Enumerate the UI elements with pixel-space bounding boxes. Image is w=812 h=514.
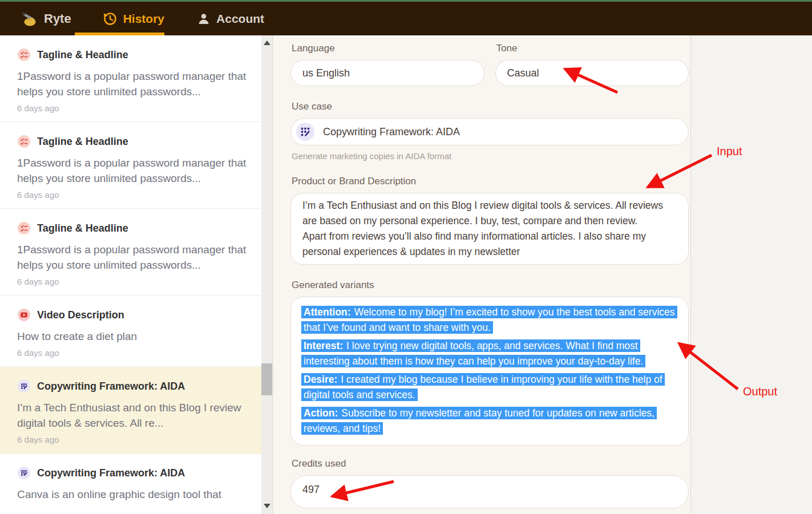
variant-label: Desire: [304, 374, 341, 385]
brand-logo: Ryte [21, 11, 71, 27]
history-detail-panel: Language us English Tone Casual Use case [273, 35, 691, 514]
tone-input[interactable]: Casual [495, 60, 689, 86]
generated-variants-box[interactable]: Attention:Welcome to my blog! I’m excite… [290, 297, 689, 446]
history-item-title: Tagline & Headline [37, 136, 128, 148]
history-item-preview: I’m a Tech Enthusiast and on this Blog I… [17, 400, 247, 431]
credits-label: Credits used [292, 458, 689, 470]
history-item-preview: 1Password is a popular password manager … [17, 242, 247, 273]
active-tab-indicator [75, 33, 164, 35]
person-icon [196, 11, 211, 26]
tone-label: Tone [496, 43, 689, 54]
use-case-label: Use case [292, 101, 689, 112]
use-case-input[interactable]: Copywriting Framework: AIDA [290, 118, 689, 145]
description-paragraph: Apart from reviews you’ll also find many… [302, 229, 677, 260]
scroll-down-arrow[interactable] [264, 504, 270, 508]
scroll-up-arrow[interactable] [264, 41, 270, 45]
variants-label: Generated variants [292, 280, 689, 291]
tab-history-label: History [123, 12, 164, 26]
aida-grid-pencil-icon [17, 466, 31, 480]
history-item-preview: How to create a diet plan [17, 329, 247, 344]
aida-grid-pencil-icon [296, 122, 315, 141]
variant-label: Action: [304, 407, 341, 419]
variant-text: Welcome to my blog! I’m excited to show … [304, 306, 675, 333]
variant-action: Action:Subscribe to my newsletter and st… [301, 406, 678, 436]
variant-attention: Attention:Welcome to my blog! I’m excite… [301, 305, 678, 335]
checklist-icon [17, 48, 31, 62]
variant-desire: Desire:I created my blog because I belie… [301, 372, 678, 403]
language-value: us English [302, 67, 350, 79]
page-background [691, 35, 812, 514]
history-item[interactable]: Video Description How to create a diet p… [0, 296, 261, 367]
use-case-helper-text: Generate marketing copies in AIDA format [292, 151, 689, 161]
history-item[interactable]: Tagline & Headline 1Password is a popula… [0, 35, 261, 122]
tab-history[interactable]: History [102, 11, 164, 27]
language-label: Language [292, 43, 484, 54]
history-clock-icon [102, 11, 118, 27]
history-item[interactable]: Tagline & Headline 1Password is a popula… [0, 209, 261, 296]
description-paragraph: I’m a Tech Enthusiast and on this Blog I… [302, 198, 677, 229]
history-item-timestamp: 6 days ago [17, 277, 247, 286]
history-item-title: Video Description [37, 309, 124, 321]
history-item[interactable]: Tagline & Headline 1Password is a popula… [0, 122, 261, 209]
variant-interest: Interest:I love trying new digital tools… [301, 338, 678, 369]
history-item-title: Tagline & Headline [37, 222, 128, 234]
aida-grid-pencil-icon [17, 379, 31, 393]
brand-name: Ryte [44, 11, 71, 26]
history-item-title: Tagline & Headline [37, 49, 128, 61]
credits-value: 497 [302, 484, 320, 496]
credits-input[interactable]: 497 [290, 475, 689, 508]
writing-hand-icon [21, 11, 39, 27]
history-item-title: Copywriting Framework: AIDA [37, 467, 185, 479]
sidebar-scrollbar[interactable] [261, 35, 273, 514]
history-item-preview: 1Password is a popular password manager … [17, 155, 247, 186]
variant-text: I love trying new digital tools, apps, a… [304, 340, 643, 367]
description-label: Product or Brand Description [292, 176, 689, 187]
history-item-timestamp: 6 days ago [17, 348, 247, 358]
history-item[interactable]: Copywriting Framework: AIDA Canva is an … [0, 454, 261, 514]
variant-text: I created my blog because I believe in i… [304, 374, 662, 400]
variant-label: Interest: [304, 340, 346, 351]
tab-account-label: Account [216, 12, 264, 26]
history-list: Tagline & Headline 1Password is a popula… [0, 35, 261, 514]
history-item-timestamp: 6 days ago [17, 190, 247, 200]
variant-label: Attention: [304, 306, 354, 318]
language-input[interactable]: us English [290, 60, 484, 86]
history-item-timestamp: 6 days ago [17, 103, 247, 113]
youtube-icon [17, 308, 31, 322]
checklist-icon [17, 135, 31, 148]
ryte-extension-window: Ryte History Account [0, 0, 812, 514]
history-item-selected[interactable]: Copywriting Framework: AIDA I’m a Tech E… [0, 367, 261, 454]
variant-text: Subscribe to my newsletter and stay tune… [304, 407, 655, 434]
history-item-title: Copywriting Framework: AIDA [37, 381, 185, 392]
description-textarea[interactable]: I’m a Tech Enthusiast and on this Blog I… [290, 193, 689, 265]
top-navigation-bar: Ryte History Account [0, 2, 812, 35]
history-item-preview: Canva is an online graphic design tool t… [17, 487, 247, 502]
tone-value: Casual [507, 67, 539, 79]
use-case-value: Copywriting Framework: AIDA [323, 126, 460, 138]
checklist-icon [17, 221, 31, 235]
scrollbar-thumb[interactable] [261, 363, 272, 395]
tab-account[interactable]: Account [196, 11, 264, 26]
history-item-timestamp: 6 days ago [17, 435, 247, 444]
history-item-preview: 1Password is a popular password manager … [17, 68, 247, 99]
